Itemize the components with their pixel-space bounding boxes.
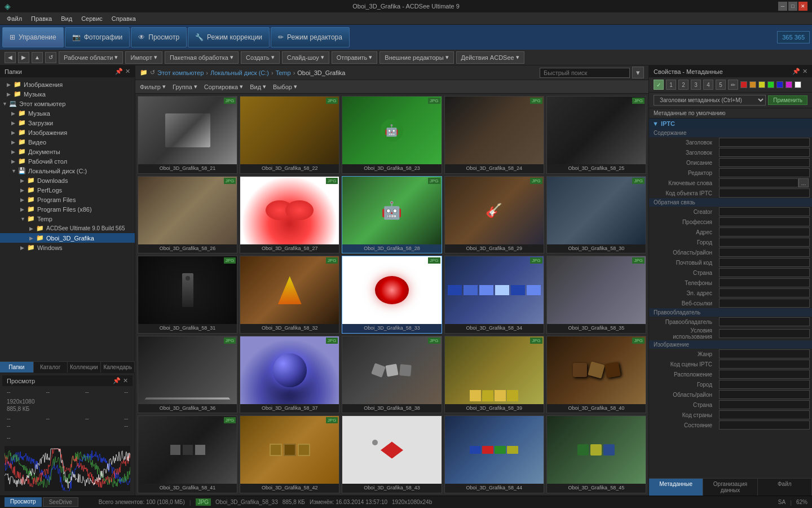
tree-item-perflogs[interactable]: ▶ 📁 PerfLogs [0, 185, 135, 195]
list-item[interactable]: JPG Oboi_3D_Grafika_58_22 [240, 96, 339, 174]
minimize-button[interactable]: ─ [778, 2, 787, 11]
menu-edit[interactable]: Правка [27, 14, 56, 23]
tree-item-program-files-x86[interactable]: ▶ 📁 Program Files (x86) [0, 204, 135, 214]
photos-button[interactable]: 📷 Фотографии [65, 27, 130, 47]
sort-button[interactable]: Сортировка ▾ [204, 83, 243, 90]
props-pen-icon[interactable]: ✏ [728, 80, 738, 90]
tab-collections[interactable]: Коллекции [68, 362, 102, 373]
profession-input[interactable] [719, 217, 810, 226]
list-item[interactable]: JPG Oboi_3D_Grafika_58_40 [546, 336, 646, 414]
menu-file[interactable]: Файл [2, 14, 27, 23]
tree-item-images[interactable]: ▶ 📁 Изображения [0, 128, 135, 137]
color-swatch-blue[interactable] [776, 81, 783, 88]
props-btn-2[interactable]: 2 [678, 80, 689, 90]
metadata-dropdown[interactable]: Заголовки метаданных (Ctrl+M) [654, 95, 766, 106]
tree-item-desktop[interactable]: ▶ 📁 Рабочий стол [0, 156, 135, 166]
preview-pin-icon[interactable]: 📌 [113, 377, 121, 384]
list-item[interactable]: 🎸 JPG Oboi_3D_Grafika_58_29 [444, 176, 544, 254]
list-item[interactable]: JPG Oboi_3D_Grafika_58_35 [546, 256, 646, 334]
list-item[interactable]: Oboi_3D_Grafika_58_44 [444, 415, 544, 493]
city-input[interactable] [719, 238, 810, 247]
creator-input[interactable] [719, 207, 810, 216]
scene-code-input[interactable] [719, 360, 810, 369]
editor-button[interactable]: ✏ Режим редактора [271, 27, 350, 47]
address-input[interactable] [719, 227, 810, 237]
tree-item-music-top[interactable]: ▶ 📁 Музыка [0, 89, 135, 99]
tree-item-images-top[interactable]: ▶ 📁 Изображения [0, 80, 135, 89]
list-item[interactable]: Oboi_3D_Grafika_58_43 [342, 415, 442, 493]
tree-item-local-disk[interactable]: ▼ 💾 Локальный диск (C:) [0, 166, 135, 176]
list-item[interactable]: JPG Oboi_3D_Grafika_58_26 [138, 176, 237, 254]
tab-folders[interactable]: Папки [0, 362, 34, 373]
country-input[interactable] [719, 268, 810, 277]
tree-item-computer[interactable]: ▼ 💻 Этот компьютер [0, 99, 135, 108]
list-item[interactable]: JPG Oboi_3D_Grafika_58_31 [138, 256, 237, 334]
tab-data-org[interactable]: Организация данных [703, 479, 757, 496]
tree-item-acdsee[interactable]: ▶ 📁 ACDSee Ultimate 9.0 Build 565 [0, 224, 135, 233]
props-pin-icon[interactable]: 📌 [792, 68, 800, 75]
props-btn-1[interactable]: 1 [666, 80, 676, 90]
close-button[interactable]: ✕ [798, 2, 807, 11]
headline-input[interactable] [719, 138, 810, 147]
props-btn-4[interactable]: 4 [703, 80, 713, 90]
folders-pin-icon[interactable]: 📌 [115, 68, 123, 75]
tree-item-video[interactable]: ▶ 📁 Видео [0, 137, 135, 147]
rights-owner-input[interactable] [719, 317, 810, 326]
slideshow-button[interactable]: Слайд-шоу ▾ [282, 51, 329, 64]
menu-service[interactable]: Сервис [77, 14, 107, 23]
nav-up-button[interactable]: ▲ [32, 52, 43, 63]
props-close-icon[interactable]: ✕ [802, 68, 807, 75]
tree-item-windows[interactable]: ▶ 📁 Windows [0, 243, 135, 252]
description-input[interactable] [719, 158, 810, 167]
menu-view[interactable]: Вид [56, 14, 77, 23]
list-item[interactable]: JPG Oboi_3D_Grafika_58_21 [138, 96, 237, 174]
list-item[interactable]: JPG Oboi_3D_Grafika_58_42 [240, 415, 339, 493]
list-item[interactable]: 🤖 JPG Oboi_3D_Grafika_58_28 [342, 176, 442, 254]
list-item[interactable]: JPG Oboi_3D_Grafika_58_30 [546, 176, 646, 254]
actions-button[interactable]: Действия ACDSee ▾ [456, 51, 524, 64]
list-item[interactable]: JPG Oboi_3D_Grafika_58_32 [240, 256, 339, 334]
tab-seedrive[interactable]: SeeDrive [43, 497, 78, 507]
keywords-dots-button[interactable]: ... [798, 178, 809, 187]
list-item[interactable]: JPG Oboi_3D_Grafika_58_41 [138, 415, 237, 493]
menu-help[interactable]: Справка [107, 14, 140, 23]
color-swatch-yellow[interactable] [758, 81, 765, 88]
external-button[interactable]: Внешние редакторы ▾ [379, 51, 453, 64]
list-item[interactable]: JPG Oboi_3D_Grafika_58_34 [444, 256, 544, 334]
tree-item-downloads[interactable]: ▶ 📁 Загрузки [0, 118, 135, 128]
list-item[interactable]: JPG Oboi_3D_Grafika_58_37 [240, 336, 339, 414]
color-swatch-purple[interactable] [785, 81, 792, 88]
tree-item-temp[interactable]: ▼ 📁 Temp [0, 214, 135, 224]
view-button-filter[interactable]: Вид ▾ [250, 83, 266, 90]
list-item[interactable]: JPG Oboi_3D_Grafika_58_25 [546, 96, 646, 174]
image-city-input[interactable] [719, 380, 810, 389]
tree-item-documents[interactable]: ▶ 📁 Документы [0, 147, 135, 156]
tree-item-local-downloads[interactable]: ▶ 📁 Downloads [0, 176, 135, 185]
props-btn-5[interactable]: 5 [716, 80, 726, 90]
nav-refresh-button[interactable]: ↺ [45, 52, 56, 63]
create-button[interactable]: Создать ▾ [241, 51, 280, 64]
tree-item-music[interactable]: ▶ 📁 Музыка [0, 108, 135, 118]
location-input[interactable] [719, 370, 810, 379]
search-dropdown-button[interactable]: ▾ [632, 67, 644, 78]
title-input[interactable] [719, 148, 810, 157]
tab-metadata[interactable]: Метаданные [649, 479, 703, 496]
nav-forward-button[interactable]: ▶ [18, 52, 29, 63]
filter-button[interactable]: Фильтр ▾ [140, 83, 166, 90]
list-item[interactable]: JPG Oboi_3D_Grafika_58_38 [342, 336, 442, 414]
tab-preview[interactable]: Просмотр [5, 497, 42, 507]
postal-input[interactable] [719, 258, 810, 267]
group-button[interactable]: Группа ▾ [173, 83, 197, 90]
breadcrumb-temp[interactable]: Temp [276, 69, 291, 76]
keywords-input[interactable] [719, 178, 798, 187]
breadcrumb-computer[interactable]: Этот компьютер [157, 69, 204, 76]
props-check-icon[interactable]: ✓ [654, 80, 664, 90]
search-input[interactable] [540, 68, 630, 78]
status-input[interactable] [719, 421, 810, 430]
color-swatch-red[interactable] [740, 81, 747, 88]
list-item[interactable]: JPG Oboi_3D_Grafika_58_24 [444, 96, 544, 174]
import-button[interactable]: Импорт ▾ [125, 51, 162, 64]
tab-catalog[interactable]: Каталог [34, 362, 68, 373]
list-item[interactable]: Oboi_3D_Grafika_58_45 [546, 415, 646, 493]
tab-calendar[interactable]: Календарь [101, 362, 135, 373]
